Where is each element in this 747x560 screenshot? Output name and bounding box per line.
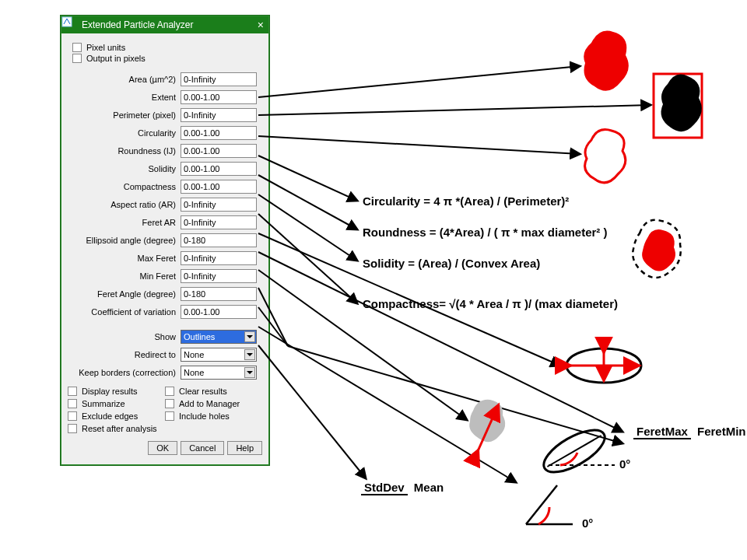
coeff-variation-input[interactable] [181, 305, 257, 319]
field-label: Compactness [68, 182, 181, 191]
feret-max-label: FeretMax [633, 425, 691, 439]
zero-deg-2: 0° [582, 516, 593, 530]
chevron-down-icon [244, 349, 255, 360]
field-label: Coefficient of variation [68, 307, 181, 317]
checkbox-icon [68, 411, 77, 421]
checkbox-icon [68, 424, 77, 433]
solidity-input[interactable] [181, 162, 257, 176]
svg-line-2 [258, 105, 651, 115]
checkbox-icon [72, 54, 82, 63]
ok-button[interactable]: OK [148, 441, 177, 455]
checkbox-exclude-edges[interactable]: Exclude edges [68, 411, 165, 421]
select-value: None [184, 368, 204, 377]
field-label: Area (µm^2) [68, 75, 181, 84]
checkbox-label: Pixel units [86, 43, 125, 52]
checkbox-label: Display results [82, 387, 138, 396]
min-feret-input[interactable] [181, 269, 257, 283]
chevron-down-icon [244, 367, 255, 378]
help-button[interactable]: Help [227, 441, 262, 455]
checkbox-include-holes[interactable]: Include holes [165, 411, 262, 421]
formula-solidity: Solidity = (Area) / (Convex Area) [363, 257, 540, 270]
field-label: Show [68, 332, 181, 341]
svg-line-13 [288, 346, 622, 443]
checkbox-add-to-manager[interactable]: Add to Manager [165, 399, 262, 408]
field-label: Roundness (IJ) [68, 146, 181, 156]
roundness-input[interactable] [181, 144, 257, 158]
close-icon[interactable]: × [258, 19, 264, 31]
field-label: Circularity [68, 128, 181, 138]
field-redirect-to: Redirect to None [68, 347, 262, 362]
svg-line-1 [258, 66, 580, 97]
checkbox-label: Output in pixels [86, 54, 146, 63]
zero-deg-1: 0° [619, 457, 630, 471]
field-area: Area (µm^2) [68, 72, 262, 87]
checkbox-display-results[interactable]: Display results [68, 387, 165, 396]
select-value: Outlines [184, 332, 215, 341]
field-label: Ellipsoid angle (degree) [68, 236, 181, 245]
formula-compactness: Compactness= √(4 * Area / π )/ (max diam… [363, 297, 618, 310]
svg-line-8 [258, 233, 560, 366]
checkbox-reset-after[interactable]: Reset after analysis [68, 424, 262, 433]
dialog-title: Extended Particle Analyzer [82, 19, 193, 30]
feret-angle-input[interactable] [181, 287, 257, 301]
ellipsoid-angle-input[interactable] [181, 233, 257, 247]
feret-fraction: FeretMax FeretMin [633, 423, 747, 438]
checkbox-output-in-pixels[interactable]: Output in pixels [72, 54, 262, 63]
field-extent: Extent [68, 89, 262, 105]
field-show: Show Outlines [68, 329, 262, 345]
compactness-input[interactable] [181, 180, 257, 194]
keep-borders-select[interactable]: None [181, 366, 257, 380]
field-coeff-variation: Coefficient of variation [68, 304, 262, 320]
checkbox-label: Reset after analysis [82, 424, 157, 433]
field-label: Feret AR [68, 218, 181, 227]
redirect-to-select[interactable]: None [181, 348, 257, 362]
feret-ar-input[interactable] [181, 215, 257, 229]
svg-line-10 [258, 270, 467, 420]
checkbox-summarize[interactable]: Summarize [68, 399, 165, 408]
perimeter-input[interactable] [181, 108, 257, 122]
formula-roundness: Roundness = (4*Area) / ( π * max diamete… [363, 226, 608, 239]
field-keep-borders: Keep borders (correction) None [68, 365, 262, 380]
svg-line-22 [547, 436, 601, 467]
checkbox-icon [165, 411, 174, 421]
field-label: Feret Angle (degree) [68, 289, 181, 299]
field-max-feret: Max Feret [68, 250, 262, 266]
field-roundness: Roundness (IJ) [68, 143, 262, 159]
svg-line-7 [258, 214, 357, 303]
field-aspect-ratio: Aspect ratio (AR) [68, 197, 262, 212]
field-label: Min Feret [68, 271, 181, 281]
select-value: None [184, 350, 204, 359]
svg-line-25 [526, 485, 557, 524]
field-label: Keep borders (correction) [68, 368, 181, 377]
aspect-ratio-input[interactable] [181, 198, 257, 212]
formula-circularity: Circularity = 4 π *(Area) / (Perimeter)² [363, 194, 569, 208]
show-select[interactable]: Outlines [181, 330, 257, 344]
field-label: Perimeter (pixel) [68, 110, 181, 120]
field-label: Redirect to [68, 350, 181, 359]
svg-line-5 [258, 175, 357, 229]
cancel-button[interactable]: Cancel [181, 441, 224, 455]
field-min-feret: Min Feret [68, 268, 262, 284]
feret-min-label: FeretMin [694, 425, 747, 438]
checkbox-clear-results[interactable]: Clear results [165, 387, 262, 396]
checkbox-icon [165, 387, 174, 396]
checkbox-icon [72, 43, 82, 52]
checkbox-icon [165, 399, 174, 408]
stddev-label: StdDev [361, 481, 408, 495]
svg-line-4 [258, 156, 357, 201]
svg-line-15 [258, 345, 366, 478]
extent-input[interactable] [181, 90, 257, 104]
field-label: Max Feret [68, 254, 181, 263]
circularity-input[interactable] [181, 126, 257, 140]
svg-rect-16 [654, 74, 702, 138]
max-feret-input[interactable] [181, 251, 257, 265]
checkbox-label: Clear results [179, 387, 227, 396]
field-perimeter: Perimeter (pixel) [68, 107, 262, 123]
svg-line-6 [258, 194, 357, 261]
mean-label: Mean [411, 481, 447, 494]
titlebar[interactable]: Extended Particle Analyzer × [61, 16, 268, 33]
svg-line-3 [258, 136, 580, 154]
area-input[interactable] [181, 72, 257, 86]
field-feret-angle: Feret Angle (degree) [68, 286, 262, 302]
checkbox-pixel-units[interactable]: Pixel units [72, 43, 262, 52]
